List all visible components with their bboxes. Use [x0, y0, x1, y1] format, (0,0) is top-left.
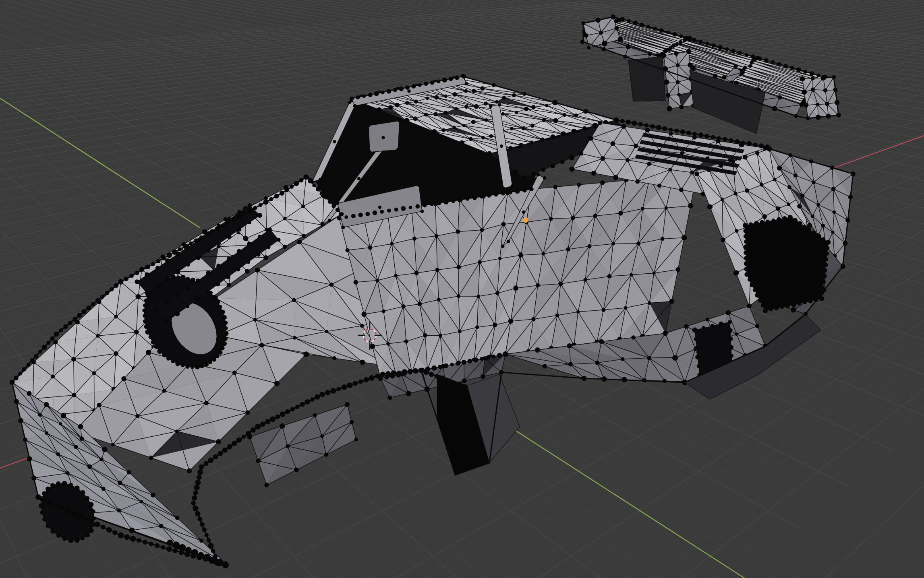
blender-3d-viewport[interactable] [0, 0, 924, 578]
viewport-canvas[interactable] [0, 0, 924, 578]
opening-underwing-shadow-left [628, 56, 665, 101]
active-vertex[interactable] [523, 218, 528, 223]
